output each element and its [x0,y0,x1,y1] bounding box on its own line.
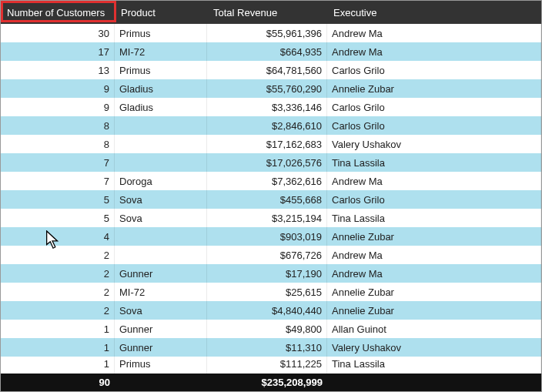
cell-product: Primus [115,61,207,79]
cell-product [115,135,207,153]
cell-number: 5 [1,190,115,209]
cell-number: 8 [1,135,115,153]
table-row[interactable]: 2$676,726Andrew Ma [1,246,541,264]
cell-product [115,116,207,135]
cell-executive: Carlos Grilo [327,61,541,79]
cell-number: 1 [1,320,115,338]
cell-number: 9 [1,98,115,116]
col-header-executive[interactable]: Executive [327,1,541,24]
cell-product: Gunner [115,264,207,283]
cell-executive: Carlos Grilo [327,116,541,135]
cell-product: Gladius [115,98,207,116]
cell-revenue: $4,840,440 [207,301,327,320]
cell-executive: Andrew Ma [327,24,541,42]
col-header-product[interactable]: Product [115,1,207,24]
cell-revenue: $17,190 [207,264,327,283]
cell-executive: Tina Lassila [327,209,541,227]
cell-executive: Annelie Zubar [327,301,541,320]
cell-executive: Andrew Ma [327,42,541,61]
cell-product: Primus [115,24,207,42]
cell-product: Gladius [115,79,207,98]
cell-product: Sova [115,209,207,227]
cell-revenue: $664,935 [207,42,327,61]
cell-revenue: $17,026,576 [207,153,327,172]
cell-product [115,227,207,246]
table-body[interactable]: 30Primus$55,961,396Andrew Ma17MI-72$664,… [1,24,541,374]
table-row[interactable]: 8$2,846,610Carlos Grilo [1,116,541,135]
cell-revenue: $3,336,146 [207,98,327,116]
cell-executive: Annelie Zubar [327,283,541,301]
table-header-row: Number of Customers Product Total Revenu… [1,1,541,24]
cell-revenue: $11,310 [207,338,327,357]
cell-revenue: $7,362,616 [207,172,327,190]
cell-number: 13 [1,61,115,79]
cell-revenue: $3,215,194 [207,209,327,227]
table-row[interactable]: 5Sova$3,215,194Tina Lassila [1,209,541,227]
cell-executive: Tina Lassila [327,357,541,374]
cell-number: 9 [1,79,115,98]
table-row[interactable]: 2MI-72$25,615Annelie Zubar [1,283,541,301]
cell-executive: Valery Ushakov [327,338,541,357]
cell-executive: Andrew Ma [327,264,541,283]
cell-product: Primus [115,357,207,374]
cell-revenue: $676,726 [207,246,327,264]
cell-revenue: $111,225 [207,357,327,374]
table-row[interactable]: 7$17,026,576Tina Lassila [1,153,541,172]
total-executive [327,374,541,391]
cell-number: 7 [1,172,115,190]
cell-revenue: $903,019 [207,227,327,246]
cell-product: MI-72 [115,42,207,61]
cell-executive: Valery Ushakov [327,135,541,153]
table-row[interactable]: 9Gladius$55,760,290Annelie Zubar [1,79,541,98]
cell-revenue: $55,760,290 [207,79,327,98]
table-row[interactable]: 4$903,019Annelie Zubar [1,227,541,246]
cell-revenue: $455,668 [207,190,327,209]
cell-executive: Tina Lassila [327,153,541,172]
table-row[interactable]: 5Sova$455,668Carlos Grilo [1,190,541,209]
cell-executive: Annelie Zubar [327,227,541,246]
cell-product [115,153,207,172]
table-row[interactable]: 2Sova$4,840,440Annelie Zubar [1,301,541,320]
cell-number: 2 [1,264,115,283]
total-number: 90 [1,374,115,391]
table-row[interactable]: 13Primus$64,781,560Carlos Grilo [1,61,541,79]
cell-number: 4 [1,227,115,246]
cell-executive: Andrew Ma [327,246,541,264]
table-row[interactable]: 1Gunner$49,800Allan Guinot [1,320,541,338]
cell-executive: Andrew Ma [327,172,541,190]
cell-revenue: $17,162,683 [207,135,327,153]
cell-revenue: $55,961,396 [207,24,327,42]
table-row[interactable]: 17MI-72$664,935Andrew Ma [1,42,541,61]
cell-number: 8 [1,116,115,135]
cell-executive: Carlos Grilo [327,98,541,116]
table-row[interactable]: 7Doroga$7,362,616Andrew Ma [1,172,541,190]
table-row[interactable]: 1Gunner$11,310Valery Ushakov [1,338,541,357]
table-row[interactable]: 30Primus$55,961,396Andrew Ma [1,24,541,42]
col-header-total-revenue[interactable]: Total Revenue [207,1,327,24]
cell-executive: Allan Guinot [327,320,541,338]
cell-revenue: $25,615 [207,283,327,301]
cell-executive: Annelie Zubar [327,79,541,98]
cell-product: Gunner [115,338,207,357]
table-row[interactable]: 2Gunner$17,190Andrew Ma [1,264,541,283]
cell-product: Doroga [115,172,207,190]
table-totals-row: 90 $235,208,999 [1,374,541,391]
table-row[interactable]: 8$17,162,683Valery Ushakov [1,135,541,153]
cell-number: 17 [1,42,115,61]
cell-number: 5 [1,209,115,227]
cell-revenue: $2,846,610 [207,116,327,135]
cell-number: 1 [1,338,115,357]
cell-product: Sova [115,190,207,209]
cell-number: 1 [1,357,115,374]
cell-product: MI-72 [115,283,207,301]
cell-number: 2 [1,301,115,320]
cell-product: Sova [115,301,207,320]
cell-number: 7 [1,153,115,172]
cell-number: 30 [1,24,115,42]
col-header-number-of-customers[interactable]: Number of Customers [1,1,115,24]
cell-product: Gunner [115,320,207,338]
total-product [115,374,207,391]
table-row[interactable]: 9Gladius$3,336,146Carlos Grilo [1,98,541,116]
cell-executive: Carlos Grilo [327,190,541,209]
table-row[interactable]: 1 Primus $111,225 Tina Lassila [1,357,541,374]
